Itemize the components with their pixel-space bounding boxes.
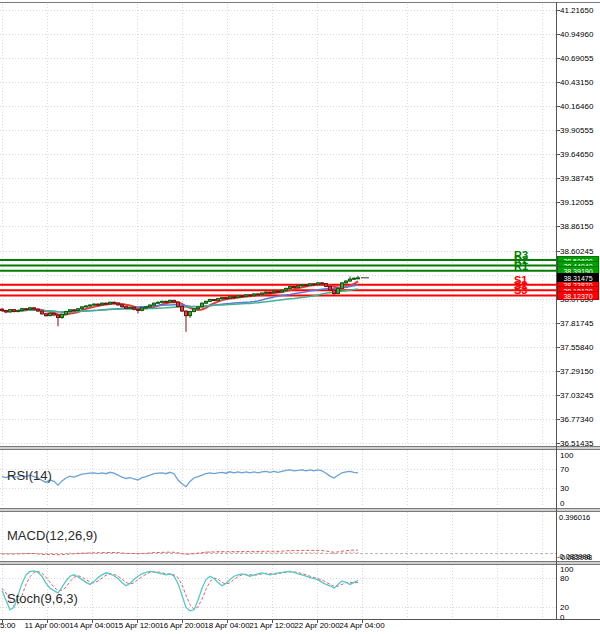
rsi-line [2,470,358,487]
macd-scale-value: 0.083998 [561,553,592,562]
stoch-indicator-label: Stoch(9,6,3) [7,591,78,606]
panel-separators [0,446,600,565]
trading-chart-window: 41.2165040.9496040.6905540.4315040.16460… [0,0,600,634]
macd-scale-top: 0.396016 [559,513,590,522]
macd-indicator-label: MACD(12,26,9) [7,528,97,543]
macd-plot [2,550,358,555]
pivot-level-lines [0,260,556,295]
rsi-indicator-label: RSI(14) [7,468,52,483]
